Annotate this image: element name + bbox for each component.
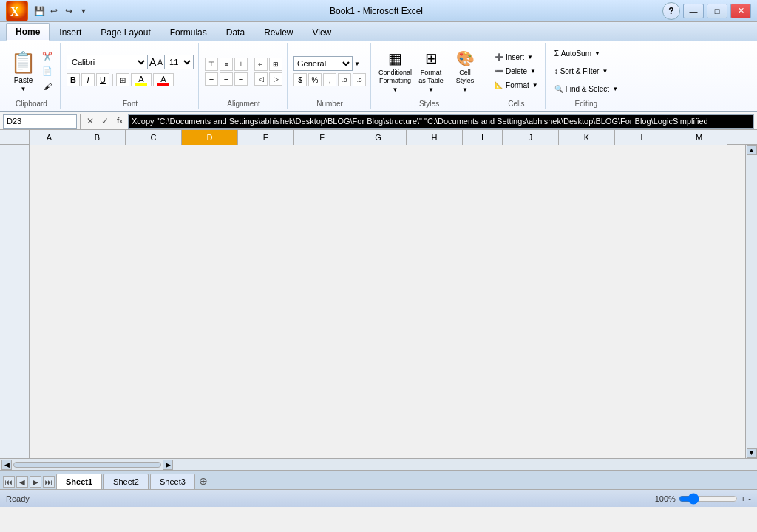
wrap-text-button[interactable]: ↵ bbox=[254, 58, 268, 71]
tab-formulas[interactable]: Formulas bbox=[160, 24, 217, 41]
sheet-tab-3[interactable]: Sheet3 bbox=[150, 474, 195, 489]
insert-cells-button[interactable]: ➕ Insert ▼ bbox=[492, 51, 540, 64]
percent-button[interactable]: % bbox=[308, 73, 322, 86]
tab-data[interactable]: Data bbox=[217, 24, 254, 41]
format-cells-button[interactable]: 📐 Format ▼ bbox=[492, 79, 540, 92]
name-box[interactable] bbox=[3, 114, 77, 129]
new-sheet-button[interactable]: ⊕ bbox=[197, 474, 210, 488]
font-size-select[interactable]: 11 bbox=[164, 55, 194, 69]
tab-page-layout[interactable]: Page Layout bbox=[91, 24, 160, 41]
delete-cells-button[interactable]: ➖ Delete ▼ bbox=[492, 65, 540, 78]
align-left-button[interactable]: ≡ bbox=[205, 72, 218, 86]
format-dropdown[interactable]: ▼ bbox=[532, 82, 538, 89]
cell-styles-button[interactable]: 🎨 CellStyles ▼ bbox=[449, 50, 481, 93]
col-header-f[interactable]: F bbox=[294, 130, 350, 145]
col-header-m[interactable]: M bbox=[671, 130, 727, 145]
tab-view[interactable]: View bbox=[302, 24, 341, 41]
autosum-button[interactable]: Σ AutoSum ▼ bbox=[551, 46, 621, 62]
next-sheet-btn[interactable]: ▶ bbox=[30, 476, 41, 488]
find-select-button[interactable]: 🔍 Find & Select ▼ bbox=[551, 81, 621, 98]
redo-quick-btn[interactable]: ↪ bbox=[62, 4, 75, 18]
decimal-decrease-btn[interactable]: .0 bbox=[353, 73, 366, 86]
cell-styles-arrow[interactable]: ▼ bbox=[462, 86, 468, 93]
tab-home[interactable]: Home bbox=[6, 23, 50, 41]
cancel-formula-btn[interactable]: ✕ bbox=[84, 115, 97, 128]
currency-button[interactable]: $ bbox=[293, 73, 307, 86]
col-header-g[interactable]: G bbox=[350, 130, 407, 145]
formula-input[interactable]: Xcopy "C:\Documents and Settings\abhishe… bbox=[128, 114, 754, 129]
conditional-format-arrow[interactable]: ▼ bbox=[393, 86, 398, 93]
insert-function-btn[interactable]: fx bbox=[113, 115, 126, 128]
italic-button[interactable]: I bbox=[81, 73, 95, 86]
vertical-scrollbar[interactable]: ▲ ▼ bbox=[745, 145, 757, 458]
first-sheet-btn[interactable]: ⏮ bbox=[3, 476, 15, 488]
copy-button[interactable]: 📄 bbox=[39, 65, 55, 78]
scroll-left-btn[interactable]: ◀ bbox=[1, 460, 12, 470]
bold-button[interactable]: B bbox=[67, 73, 80, 86]
decimal-increase-btn[interactable]: .0 bbox=[338, 73, 351, 86]
maximize-button[interactable]: □ bbox=[707, 4, 727, 18]
sheet-tab-1[interactable]: Sheet1 bbox=[56, 474, 102, 489]
indent-decrease-button[interactable]: ◁ bbox=[254, 72, 268, 86]
delete-dropdown[interactable]: ▼ bbox=[530, 68, 536, 75]
confirm-formula-btn[interactable]: ✓ bbox=[98, 115, 112, 128]
sort-dropdown[interactable]: ▼ bbox=[602, 68, 608, 75]
conditional-formatting-button[interactable]: ▦ ConditionalFormatting ▼ bbox=[377, 50, 413, 93]
undo-quick-btn[interactable]: ↩ bbox=[47, 4, 61, 18]
sheet-tab-2[interactable]: Sheet2 bbox=[103, 474, 149, 489]
scroll-right-btn[interactable]: ▶ bbox=[163, 460, 173, 470]
scroll-up-btn[interactable]: ▲ bbox=[747, 145, 757, 155]
number-format-dropdown[interactable]: ▼ bbox=[354, 61, 360, 67]
format-table-arrow[interactable]: ▼ bbox=[428, 86, 434, 93]
minimize-button[interactable]: — bbox=[683, 4, 704, 18]
col-header-c[interactable]: C bbox=[126, 130, 182, 145]
col-header-i[interactable]: I bbox=[463, 130, 503, 145]
font-color-button[interactable]: A bbox=[153, 73, 174, 86]
save-quick-btn[interactable]: 💾 bbox=[33, 4, 46, 18]
align-center-button[interactable]: ≡ bbox=[220, 72, 233, 86]
number-format-select[interactable]: General bbox=[293, 56, 353, 71]
col-header-b[interactable]: B bbox=[69, 130, 126, 145]
comma-button[interactable]: , bbox=[323, 73, 336, 86]
find-dropdown[interactable]: ▼ bbox=[612, 86, 618, 92]
underline-button[interactable]: U bbox=[96, 73, 109, 86]
hscroll-thumb[interactable] bbox=[13, 462, 161, 468]
zoom-in-btn[interactable]: + bbox=[741, 494, 745, 503]
prev-sheet-btn[interactable]: ◀ bbox=[16, 476, 28, 488]
col-header-j[interactable]: J bbox=[503, 130, 559, 145]
merge-button[interactable]: ⊞ bbox=[269, 58, 282, 71]
horizontal-scrollbar[interactable]: ◀ ▶ bbox=[0, 458, 757, 470]
align-top-button[interactable]: ⊤ bbox=[205, 58, 218, 71]
zoom-out-btn[interactable]: - bbox=[748, 494, 751, 503]
tab-review[interactable]: Review bbox=[254, 24, 302, 41]
zoom-slider[interactable] bbox=[679, 493, 738, 505]
font-size-increase-btn[interactable]: A bbox=[149, 56, 156, 68]
autosum-dropdown[interactable]: ▼ bbox=[594, 50, 600, 57]
indent-increase-button[interactable]: ▷ bbox=[269, 72, 282, 86]
col-header-e[interactable]: E bbox=[238, 130, 294, 145]
sort-filter-button[interactable]: ↕ Sort & Filter ▼ bbox=[551, 64, 621, 80]
tab-insert[interactable]: Insert bbox=[50, 24, 91, 41]
col-header-h[interactable]: H bbox=[407, 130, 463, 145]
scroll-down-btn[interactable]: ▼ bbox=[747, 448, 757, 458]
close-button[interactable]: ✕ bbox=[730, 4, 751, 18]
col-header-k[interactable]: K bbox=[559, 130, 615, 145]
col-header-l[interactable]: L bbox=[615, 130, 671, 145]
customize-quick-btn[interactable]: ▼ bbox=[77, 4, 90, 18]
format-as-table-button[interactable]: ⊞ Formatas Table ▼ bbox=[415, 50, 447, 93]
border-button[interactable]: ⊞ bbox=[116, 73, 129, 86]
align-bottom-button[interactable]: ⊥ bbox=[234, 58, 248, 71]
align-right-button[interactable]: ≡ bbox=[234, 72, 248, 86]
cut-button[interactable]: ✂️ bbox=[39, 50, 55, 64]
help-button[interactable]: ? bbox=[662, 2, 680, 20]
col-header-a[interactable]: A bbox=[30, 130, 69, 145]
col-header-d[interactable]: D bbox=[182, 130, 238, 145]
paste-dropdown-arrow[interactable]: ▼ bbox=[21, 86, 27, 92]
format-painter-button[interactable]: 🖌 bbox=[39, 80, 55, 93]
align-middle-button[interactable]: ≡ bbox=[220, 58, 233, 71]
font-size-decrease-btn[interactable]: A bbox=[157, 58, 163, 66]
font-family-select[interactable]: Calibri bbox=[67, 55, 148, 69]
fill-color-button[interactable]: A bbox=[131, 73, 152, 86]
insert-dropdown[interactable]: ▼ bbox=[527, 54, 533, 61]
paste-button[interactable]: 📋 Paste ▼ bbox=[7, 50, 39, 93]
